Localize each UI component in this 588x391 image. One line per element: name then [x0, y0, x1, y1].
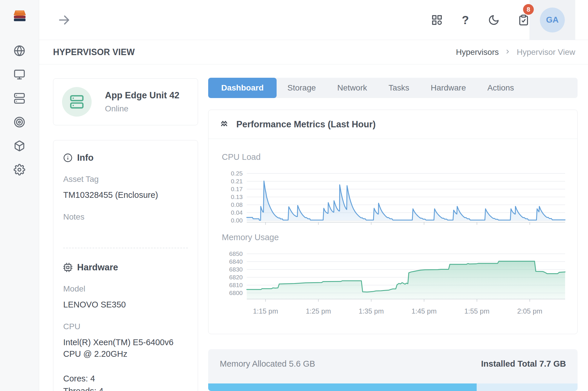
page-title: HYPERVISOR VIEW	[53, 47, 135, 57]
sidebar-nav	[0, 45, 39, 175]
model-value: LENOVO SE350	[63, 299, 188, 310]
notes-label: Notes	[63, 212, 188, 222]
app-logo-icon[interactable]	[12, 9, 27, 23]
memory-progress-track	[208, 383, 578, 391]
monitor-icon	[14, 69, 25, 80]
memory-usage-chart: 6850684068306820681068001:15 pm1:25 pm1:…	[220, 245, 566, 319]
performance-metrics-card: Performance Metrics (Last Hour) CPU Load…	[208, 110, 578, 334]
performance-card-header: Performance Metrics (Last Hour)	[208, 110, 577, 139]
topbar-actions: ?	[431, 0, 529, 40]
model-label: Model	[63, 284, 188, 294]
hypervisor-name: App Edge Unit 42	[105, 90, 179, 101]
memory-usage-chart-title: Memory Usage	[222, 233, 566, 242]
collapse-sidebar-button[interactable]	[57, 13, 71, 27]
topbar: ? 8 GA	[39, 0, 588, 40]
cores-value: Cores: 4	[63, 372, 188, 385]
sidebar-item-globe[interactable]	[14, 45, 25, 57]
svg-text:6800: 6800	[229, 289, 243, 296]
svg-text:0.17: 0.17	[231, 186, 243, 192]
asset-tag-label: Asset Tag	[63, 175, 188, 184]
page-header: HYPERVISOR VIEW Hypervisors Hypervisor V…	[39, 40, 588, 64]
breadcrumb: Hypervisors Hypervisor View	[456, 48, 575, 57]
asset-tag-value: TM10328455 (Enclosure)	[63, 189, 188, 201]
svg-text:1:25 pm: 1:25 pm	[306, 307, 331, 315]
apps-grid-icon	[431, 14, 443, 26]
activity-wave-icon	[221, 119, 231, 130]
details-card: Info Asset Tag TM10328455 (Enclosure) No…	[53, 140, 198, 391]
sidebar-item-monitor[interactable]	[14, 69, 25, 80]
memory-progress-fill	[208, 383, 477, 391]
apps-grid-button[interactable]	[431, 14, 443, 26]
info-title: Info	[77, 153, 94, 163]
sidebar-item-settings[interactable]	[14, 164, 25, 175]
cpu-load-chart-title: CPU Load	[222, 152, 566, 162]
sidebar-item-target[interactable]	[14, 116, 25, 128]
svg-text:6830: 6830	[229, 266, 243, 273]
globe-icon	[14, 45, 25, 57]
sidebar-item-box[interactable]	[14, 140, 25, 152]
svg-text:1:55 pm: 1:55 pm	[464, 307, 489, 315]
svg-text:1:35 pm: 1:35 pm	[359, 307, 384, 315]
notification-badge: 8	[523, 4, 534, 15]
tab-hardware[interactable]: Hardware	[420, 78, 477, 98]
box-icon	[14, 140, 25, 152]
svg-text:1:45 pm: 1:45 pm	[411, 307, 437, 315]
svg-text:6850: 6850	[229, 250, 243, 257]
memory-allocated-label: Memory Allocated 5.6 GB	[220, 359, 315, 369]
cpu-load-chart: 0.250.210.170.130.080.040.00	[220, 165, 566, 227]
tab-network[interactable]: Network	[326, 78, 378, 98]
sidebar	[0, 0, 39, 391]
hypervisor-avatar	[62, 87, 92, 117]
chevron-right-icon	[504, 48, 511, 57]
breadcrumb-hypervisors[interactable]: Hypervisors	[456, 48, 499, 57]
tab-tasks[interactable]: Tasks	[378, 78, 420, 98]
tab-bar: Dashboard Storage Network Tasks Hardware…	[208, 78, 578, 98]
server-icon	[14, 93, 25, 104]
tab-actions[interactable]: Actions	[477, 78, 525, 98]
target-icon	[14, 116, 25, 128]
clipboard-check-icon	[518, 14, 529, 26]
svg-text:6840: 6840	[229, 258, 243, 265]
performance-title: Performance Metrics (Last Hour)	[236, 119, 376, 130]
svg-text:6810: 6810	[229, 282, 243, 288]
svg-text:0.08: 0.08	[231, 201, 243, 208]
info-icon	[63, 153, 72, 162]
tab-storage[interactable]: Storage	[277, 78, 326, 98]
user-menu[interactable]: GA	[529, 0, 575, 40]
dark-mode-button[interactable]	[488, 14, 500, 26]
hypervisor-identity-card: App Edge Unit 42 Online	[53, 78, 198, 125]
cpu-label: CPU	[63, 322, 188, 331]
svg-text:0.04: 0.04	[231, 209, 243, 216]
installed-total-label: Installed Total 7.7 GB	[481, 359, 566, 369]
avatar[interactable]: GA	[540, 8, 565, 32]
breadcrumb-current: Hypervisor View	[517, 48, 575, 57]
cpu-value: Intel(R) Xeen(TM) E5-6400v6 CPU @ 2.20GH…	[63, 336, 188, 360]
arrow-right-icon	[57, 13, 71, 27]
cpu-chip-icon	[63, 263, 72, 272]
status-badge: Online	[105, 104, 179, 113]
svg-text:0.21: 0.21	[231, 178, 243, 184]
svg-text:0.00: 0.00	[231, 217, 243, 224]
section-divider	[63, 248, 188, 248]
threads-value: Threads: 4	[63, 385, 188, 391]
svg-text:0.13: 0.13	[231, 193, 243, 200]
svg-text:2:05 pm: 2:05 pm	[517, 307, 542, 315]
hardware-section-heading: Hardware	[63, 262, 188, 273]
svg-text:1:15 pm: 1:15 pm	[253, 307, 278, 315]
gear-icon	[14, 164, 25, 175]
info-section-heading: Info	[63, 153, 188, 163]
memory-allocation-card: Memory Allocated 5.6 GB Installed Total …	[208, 349, 578, 391]
svg-text:6820: 6820	[229, 274, 243, 280]
server-icon	[70, 95, 84, 109]
sidebar-item-servers[interactable]	[14, 93, 25, 104]
moon-icon	[488, 14, 500, 26]
tab-dashboard[interactable]: Dashboard	[208, 78, 277, 98]
svg-text:0.25: 0.25	[231, 170, 243, 177]
hardware-title: Hardware	[77, 262, 118, 273]
help-button[interactable]: ?	[461, 14, 470, 26]
tasks-clipboard-button[interactable]	[518, 14, 529, 26]
